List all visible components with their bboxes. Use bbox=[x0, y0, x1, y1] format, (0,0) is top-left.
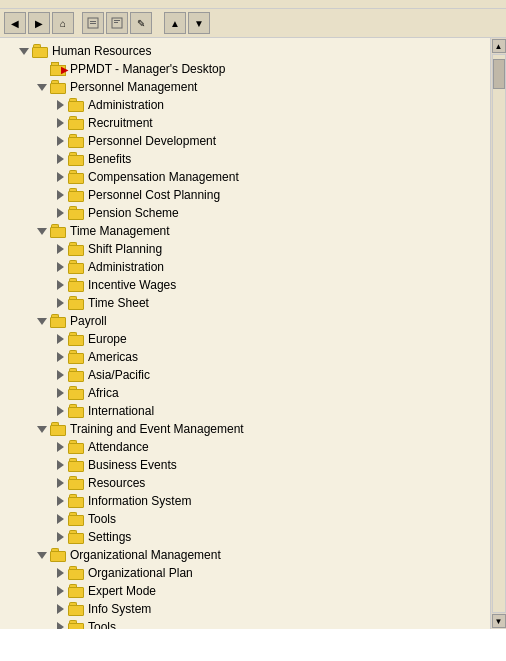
folder-icon bbox=[68, 350, 84, 364]
tree-node-pm-personnel-cost[interactable]: Personnel Cost Planning bbox=[0, 186, 490, 204]
tree-node-pm-pension[interactable]: Pension Scheme bbox=[0, 204, 490, 222]
expand-icon[interactable] bbox=[36, 63, 48, 75]
tree-node-pm-compensation[interactable]: Compensation Management bbox=[0, 168, 490, 186]
tree-node-te-info-system[interactable]: Information System bbox=[0, 492, 490, 510]
folder-icon bbox=[68, 386, 84, 400]
folder-icon bbox=[68, 512, 84, 526]
node-label-om-info-system: Info System bbox=[88, 602, 151, 616]
tree-node-ppmdt[interactable]: ▶PPMDT - Manager's Desktop bbox=[0, 60, 490, 78]
tree-node-personnel-management[interactable]: Personnel Management bbox=[0, 78, 490, 96]
toolbar-home-btn[interactable]: ⌂ bbox=[52, 12, 74, 34]
tree-node-tm-incentive[interactable]: Incentive Wages bbox=[0, 276, 490, 294]
expand-icon[interactable] bbox=[54, 351, 66, 363]
expand-icon[interactable] bbox=[54, 153, 66, 165]
expand-icon[interactable] bbox=[54, 207, 66, 219]
expand-icon[interactable] bbox=[54, 459, 66, 471]
tree-node-pm-recruitment[interactable]: Recruitment bbox=[0, 114, 490, 132]
expand-icon[interactable] bbox=[54, 513, 66, 525]
expand-icon[interactable] bbox=[54, 531, 66, 543]
folder-icon bbox=[50, 224, 66, 238]
node-label-training-event: Training and Event Management bbox=[70, 422, 244, 436]
expand-icon[interactable] bbox=[54, 279, 66, 291]
node-label-tm-timesheet: Time Sheet bbox=[88, 296, 149, 310]
tree-node-training-event[interactable]: Training and Event Management bbox=[0, 420, 490, 438]
expand-icon[interactable] bbox=[54, 585, 66, 597]
expand-icon[interactable] bbox=[54, 477, 66, 489]
expand-icon[interactable] bbox=[54, 189, 66, 201]
expand-icon[interactable] bbox=[36, 549, 48, 561]
folder-icon bbox=[68, 170, 84, 184]
expand-icon[interactable] bbox=[54, 297, 66, 309]
folder-icon bbox=[68, 404, 84, 418]
tree-node-tm-timesheet[interactable]: Time Sheet bbox=[0, 294, 490, 312]
toolbar-down-btn[interactable]: ▼ bbox=[188, 12, 210, 34]
tree-node-te-tools[interactable]: Tools bbox=[0, 510, 490, 528]
special-folder-icon: ▶ bbox=[50, 62, 66, 76]
toolbar-edit-btn[interactable]: ✎ bbox=[130, 12, 152, 34]
tree-node-te-resources[interactable]: Resources bbox=[0, 474, 490, 492]
expand-icon[interactable] bbox=[54, 261, 66, 273]
tree-node-om-org-plan[interactable]: Organizational Plan bbox=[0, 564, 490, 582]
folder-icon bbox=[68, 152, 84, 166]
expand-icon[interactable] bbox=[54, 441, 66, 453]
expand-icon[interactable] bbox=[18, 45, 30, 57]
expand-icon[interactable] bbox=[54, 99, 66, 111]
expand-icon[interactable] bbox=[54, 621, 66, 629]
expand-icon[interactable] bbox=[54, 369, 66, 381]
expand-icon[interactable] bbox=[54, 567, 66, 579]
scrollbar[interactable]: ▲ ▼ bbox=[490, 38, 506, 629]
expand-icon[interactable] bbox=[36, 315, 48, 327]
folder-icon bbox=[68, 98, 84, 112]
toolbar-fav2-btn[interactable] bbox=[106, 12, 128, 34]
expand-icon[interactable] bbox=[54, 405, 66, 417]
tree-node-human-resources[interactable]: Human Resources bbox=[0, 42, 490, 60]
node-label-pm-pension: Pension Scheme bbox=[88, 206, 179, 220]
tree-node-pm-administration[interactable]: Administration bbox=[0, 96, 490, 114]
tree-node-payroll[interactable]: Payroll bbox=[0, 312, 490, 330]
scrollbar-thumb[interactable] bbox=[493, 59, 505, 89]
folder-icon bbox=[68, 566, 84, 580]
toolbar-back-btn[interactable]: ◀ bbox=[4, 12, 26, 34]
tree-node-om-expert-mode[interactable]: Expert Mode bbox=[0, 582, 490, 600]
expand-icon[interactable] bbox=[54, 387, 66, 399]
tree-node-pm-benefits[interactable]: Benefits bbox=[0, 150, 490, 168]
tree-node-om-info-system[interactable]: Info System bbox=[0, 600, 490, 618]
node-label-pm-benefits: Benefits bbox=[88, 152, 131, 166]
tree-node-org-management[interactable]: Organizational Management bbox=[0, 546, 490, 564]
tree-node-te-attendance[interactable]: Attendance bbox=[0, 438, 490, 456]
expand-icon[interactable] bbox=[54, 333, 66, 345]
folder-icon bbox=[68, 494, 84, 508]
tree-node-py-africa[interactable]: Africa bbox=[0, 384, 490, 402]
scrollbar-down-btn[interactable]: ▼ bbox=[492, 614, 506, 628]
toolbar-up-btn[interactable]: ▲ bbox=[164, 12, 186, 34]
tree-node-tm-administration[interactable]: Administration bbox=[0, 258, 490, 276]
tree-node-te-settings[interactable]: Settings bbox=[0, 528, 490, 546]
expand-icon[interactable] bbox=[54, 171, 66, 183]
expand-icon[interactable] bbox=[54, 135, 66, 147]
node-label-om-tools: Tools bbox=[88, 620, 116, 629]
tree-node-py-asiapacific[interactable]: Asia/Pacific bbox=[0, 366, 490, 384]
tree-node-om-tools[interactable]: Tools bbox=[0, 618, 490, 629]
tree-area[interactable]: Human Resources▶PPMDT - Manager's Deskto… bbox=[0, 38, 490, 629]
node-label-te-attendance: Attendance bbox=[88, 440, 149, 454]
tree-node-te-business-events[interactable]: Business Events bbox=[0, 456, 490, 474]
expand-icon[interactable] bbox=[54, 117, 66, 129]
tree-node-py-americas[interactable]: Americas bbox=[0, 348, 490, 366]
tree-node-tm-shift[interactable]: Shift Planning bbox=[0, 240, 490, 258]
expand-icon[interactable] bbox=[36, 225, 48, 237]
tree-node-py-international[interactable]: International bbox=[0, 402, 490, 420]
node-label-org-management: Organizational Management bbox=[70, 548, 221, 562]
expand-icon[interactable] bbox=[36, 81, 48, 93]
scrollbar-up-btn[interactable]: ▲ bbox=[492, 39, 506, 53]
tree-node-py-europe[interactable]: Europe bbox=[0, 330, 490, 348]
tree-node-time-management[interactable]: Time Management bbox=[0, 222, 490, 240]
expand-icon[interactable] bbox=[36, 423, 48, 435]
scrollbar-track[interactable] bbox=[492, 54, 506, 613]
expand-icon[interactable] bbox=[54, 603, 66, 615]
toolbar-fav1-btn[interactable] bbox=[82, 12, 104, 34]
node-label-te-tools: Tools bbox=[88, 512, 116, 526]
toolbar-forward-btn[interactable]: ▶ bbox=[28, 12, 50, 34]
tree-node-pm-personnel-dev[interactable]: Personnel Development bbox=[0, 132, 490, 150]
expand-icon[interactable] bbox=[54, 495, 66, 507]
expand-icon[interactable] bbox=[54, 243, 66, 255]
